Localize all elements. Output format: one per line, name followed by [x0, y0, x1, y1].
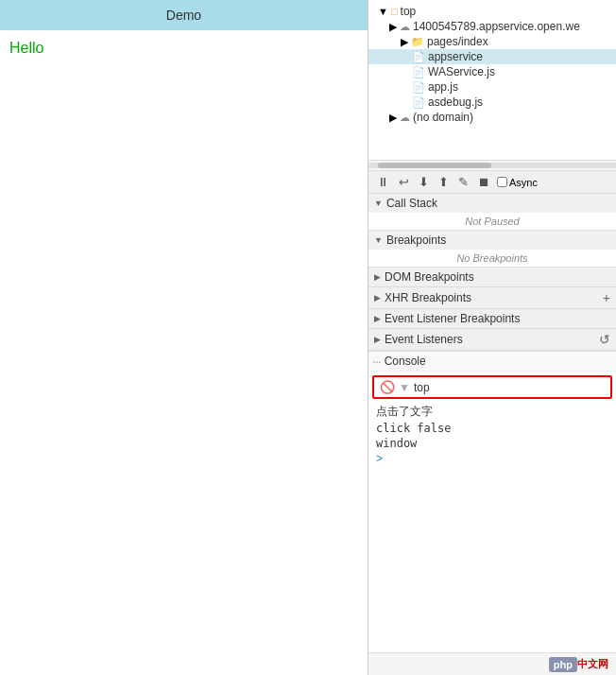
tree-item-nodomain[interactable]: ▶ ☁ (no domain) [368, 110, 616, 125]
call-stack-arrow-icon: ▼ [374, 199, 383, 208]
file-appservice-icon: 📄 [412, 51, 425, 63]
console-row-1: 点击了文字 [368, 403, 616, 421]
tree-label-waservice: WAService.js [428, 65, 495, 78]
event-listener-breakpoints-title: Event Listener Breakpoints [385, 312, 520, 325]
xhr-breakpoints-section: ▶ XHR Breakpoints + [368, 287, 616, 309]
dom-breakpoints-header[interactable]: ▶ DOM Breakpoints [368, 268, 616, 286]
console-text-1: 点击了文字 [376, 405, 433, 418]
dom-breakpoints-section: ▶ DOM Breakpoints [368, 268, 616, 287]
ban-icon: 🚫 [380, 380, 395, 394]
console-top-label: top [414, 381, 430, 394]
xhr-breakpoints-title: XHR Breakpoints [385, 291, 471, 304]
arrow-right-icon: ▶ [389, 21, 397, 33]
breakpoints-header[interactable]: ▼ Breakpoints [368, 231, 616, 250]
console-area: ··· Console 🚫 ▼ top 点击了文字 click false wi… [368, 351, 616, 652]
event-listeners-title: Event Listeners [385, 333, 463, 346]
console-dots-label: ··· [372, 354, 381, 369]
app-content: Hello [0, 30, 368, 675]
file-waservice-icon: 📄 [412, 66, 425, 78]
console-row-3: window [368, 436, 616, 451]
console-text-2: click false [376, 422, 451, 435]
cloud-nodomain-icon: ☁ [400, 112, 410, 124]
tree-item-appservice[interactable]: 📄 appservice [368, 49, 616, 64]
tree-item-asdebug[interactable]: 📄 asdebug.js [368, 95, 616, 110]
debug-toolbar: ⏸ ↩ ⬇ ⬆ ✎ ⏹ Async [368, 170, 616, 194]
breakpoints-section: ▼ Breakpoints No Breakpoints [368, 231, 616, 268]
scrollbar-thumb[interactable] [378, 163, 491, 168]
app-title: Demo [166, 8, 201, 23]
async-checkbox[interactable] [497, 177, 507, 187]
event-listener-breakpoints-header[interactable]: ▶ Event Listener Breakpoints [368, 309, 616, 328]
folder-icon: □ [391, 6, 398, 17]
dom-arrow-icon: ▶ [374, 272, 381, 282]
async-checkbox-container: Async [497, 177, 538, 188]
call-stack-title: Call Stack [386, 197, 437, 210]
horizontal-scrollbar[interactable] [368, 163, 616, 168]
tree-label-pages: pages/index [427, 35, 488, 48]
tree-label-top: top [401, 5, 417, 18]
arrow-down-icon: ▼ [378, 6, 388, 17]
xhr-add-icon[interactable]: + [603, 290, 610, 305]
step-into-button[interactable]: ⬆ [436, 174, 452, 190]
call-stack-section: ▼ Call Stack Not Paused [368, 194, 616, 231]
tree-item-domain[interactable]: ▶ ☁ 1400545789.appservice.open.we [368, 19, 616, 34]
arrow-right-icon2: ▶ [401, 36, 408, 48]
tree-label-asdebug: asdebug.js [428, 95, 483, 109]
event-listeners-refresh-icon[interactable]: ↺ [599, 332, 610, 347]
console-label: Console [385, 355, 426, 368]
console-row-2: click false [368, 421, 616, 436]
pause-button[interactable]: ⏸ [374, 174, 392, 190]
call-stack-header[interactable]: ▼ Call Stack [368, 194, 616, 213]
bottom-bar: php 中文网 [368, 652, 616, 675]
tree-item-waservice[interactable]: 📄 WAService.js [368, 64, 616, 79]
console-arrow-row[interactable]: > [368, 451, 616, 466]
arrow-right-nodomain-icon: ▶ [389, 112, 397, 124]
console-arrow: > [376, 452, 383, 465]
deactivate-button[interactable]: ⏹ [475, 174, 493, 190]
file-tree: ▼ □ top ▶ ☁ 1400545789.appservice.open.w… [368, 0, 616, 161]
tree-label-domain: 1400545789.appservice.open.we [413, 20, 580, 33]
breakpoints-title: Breakpoints [386, 234, 446, 247]
event-listener-arrow-icon: ▶ [374, 314, 381, 323]
tree-label-appjs: app.js [428, 80, 458, 94]
console-highlight-box: 🚫 ▼ top [372, 375, 612, 399]
call-stack-status: Not Paused [368, 213, 616, 230]
breakpoints-arrow-icon: ▼ [374, 235, 383, 245]
tree-item-top[interactable]: ▼ □ top [368, 4, 616, 19]
php-badge: php [549, 657, 577, 672]
devtools-panel: ▼ □ top ▶ ☁ 1400545789.appservice.open.w… [368, 0, 616, 675]
xhr-breakpoints-header[interactable]: ▶ XHR Breakpoints + [368, 287, 616, 308]
tree-label-nodomain: (no domain) [413, 111, 473, 124]
event-listeners-section: ▶ Event Listeners ↺ [368, 329, 616, 351]
tree-label-appservice: appservice [428, 50, 483, 63]
edit-button[interactable]: ✎ [455, 174, 471, 190]
resume-button[interactable]: ↩ [396, 174, 412, 190]
event-listeners-arrow-icon: ▶ [374, 335, 381, 344]
folder-pages-icon: 📁 [411, 36, 424, 48]
tree-item-appjs[interactable]: 📄 app.js [368, 79, 616, 95]
step-over-button[interactable]: ⬇ [416, 174, 432, 190]
file-appjs-icon: 📄 [412, 81, 425, 94]
cloud-icon: ☁ [400, 21, 410, 33]
app-title-bar: Demo [0, 0, 368, 30]
filter-icon: ▼ [399, 381, 410, 394]
breakpoints-status: No Breakpoints [368, 250, 616, 267]
tree-item-pages[interactable]: ▶ 📁 pages/index [368, 34, 616, 49]
event-listener-breakpoints-section: ▶ Event Listener Breakpoints [368, 309, 616, 329]
console-top-row: 🚫 ▼ top [374, 377, 610, 397]
console-header-row: ··· Console [368, 352, 616, 372]
xhr-arrow-icon: ▶ [374, 293, 381, 303]
dom-breakpoints-title: DOM Breakpoints [385, 270, 474, 284]
php-site-text: 中文网 [577, 657, 608, 671]
app-hello-text: Hello [9, 40, 358, 57]
console-text-3: window [376, 437, 417, 450]
event-listeners-header[interactable]: ▶ Event Listeners ↺ [368, 329, 616, 350]
app-preview-panel: Demo Hello [0, 0, 368, 675]
file-asdebug-icon: 📄 [412, 96, 425, 109]
async-label: Async [509, 177, 538, 188]
